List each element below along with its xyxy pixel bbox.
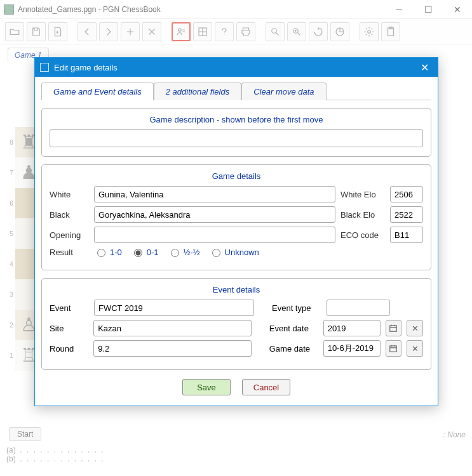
round-input[interactable] <box>93 340 252 357</box>
search-icon[interactable] <box>266 22 285 41</box>
game-description-input[interactable] <box>50 129 423 147</box>
line-a-label: (a) <box>6 446 16 454</box>
white-label: White <box>50 190 89 199</box>
event-date-clear-icon[interactable]: ✕ <box>407 320 423 336</box>
result-label: Result <box>50 248 89 257</box>
result-unknown[interactable]: Unknown <box>209 247 259 257</box>
board-icon[interactable] <box>193 22 212 41</box>
black-label: Black <box>50 210 89 220</box>
main-toolbar <box>0 19 472 44</box>
svg-point-5 <box>368 30 371 33</box>
event-type-input[interactable] <box>327 300 390 316</box>
result-0-1[interactable]: 0-1 <box>131 247 159 257</box>
site-label: Site <box>50 324 88 333</box>
close-button[interactable]: ✕ <box>443 0 472 19</box>
event-date-calendar-icon[interactable] <box>386 320 402 336</box>
main-titlebar: Annotated_Games.pgn - PGN ChessBook ─ ☐ … <box>0 0 472 19</box>
event-details-title: Event details <box>50 285 423 294</box>
eco-input[interactable] <box>390 227 423 243</box>
round-label: Round <box>50 344 88 354</box>
black-elo-label: Black Elo <box>341 210 385 220</box>
game-date-input[interactable] <box>323 340 381 357</box>
dialog-titlebar: Edit game details ✕ <box>35 58 438 77</box>
white-elo-input[interactable] <box>390 186 423 202</box>
event-input[interactable] <box>94 300 254 316</box>
window-controls: ─ ☐ ✕ <box>384 0 472 19</box>
tab-game-event-details[interactable]: Game and Event details <box>41 83 154 100</box>
new-doc-icon[interactable] <box>48 22 67 41</box>
white-elo-label: White Elo <box>341 190 385 199</box>
open-icon[interactable] <box>5 22 24 41</box>
result-radios: 1-0 0-1 ½-½ Unknown <box>94 247 259 257</box>
game-description-panel: Game description - shown before the firs… <box>41 108 431 157</box>
dialog-icon <box>40 63 49 72</box>
result-1-0[interactable]: 1-0 <box>94 247 122 257</box>
game-details-title: Game details <box>50 171 423 181</box>
delete-icon[interactable] <box>142 22 161 41</box>
save-icon[interactable] <box>27 22 46 41</box>
window-title: Annotated_Games.pgn - PGN ChessBook <box>18 5 161 14</box>
tab-additional-fields[interactable]: 2 additional fields <box>154 83 241 100</box>
line-b-label: (b) <box>6 454 16 463</box>
event-label: Event <box>50 303 89 313</box>
dialog-title: Edit game details <box>54 63 417 72</box>
game-date-calendar-icon[interactable] <box>386 340 402 357</box>
event-date-label: Event date <box>269 324 318 333</box>
print-icon[interactable] <box>236 22 255 41</box>
opening-input[interactable] <box>94 227 335 243</box>
edit-game-details-dialog: Edit game details ✕ Game and Event detai… <box>34 57 438 406</box>
add-icon[interactable] <box>121 22 140 41</box>
svg-rect-8 <box>390 326 397 331</box>
help-icon[interactable] <box>215 22 234 41</box>
event-type-label: Event type <box>272 303 321 313</box>
eco-label: ECO code <box>341 230 385 240</box>
edit-game-details-icon[interactable] <box>172 22 191 41</box>
forward-icon[interactable] <box>99 22 118 41</box>
tab-clear-move-data[interactable]: Clear move data <box>241 83 326 100</box>
game-date-label: Game date <box>269 344 318 354</box>
site-input[interactable] <box>93 320 252 336</box>
svg-point-0 <box>179 28 182 31</box>
dots: . . . . . . . . . . . . . <box>20 454 104 463</box>
game-details-panel: Game details White White Elo Black Black… <box>41 164 431 270</box>
refresh-icon[interactable] <box>309 22 328 41</box>
black-input[interactable] <box>94 206 335 223</box>
event-date-input[interactable] <box>323 320 381 336</box>
settings-icon[interactable] <box>360 22 379 41</box>
svg-rect-9 <box>390 346 397 352</box>
pie-icon[interactable] <box>330 22 349 41</box>
cancel-button[interactable]: Cancel <box>242 379 290 395</box>
start-button[interactable]: Start <box>9 427 41 441</box>
app-icon <box>4 4 14 15</box>
minimize-button[interactable]: ─ <box>384 0 414 19</box>
svg-point-2 <box>272 28 277 33</box>
opening-label: Opening <box>50 230 89 240</box>
move-lines: (a) . . . . . . . . . . . . . (b) . . . … <box>6 446 105 463</box>
white-input[interactable] <box>94 186 335 202</box>
save-button[interactable]: Save <box>182 379 231 395</box>
opening-none-label: : None <box>443 430 466 439</box>
game-date-clear-icon[interactable]: ✕ <box>407 340 423 357</box>
clipboard-icon[interactable] <box>381 22 400 41</box>
search-plus-icon[interactable] <box>287 22 306 41</box>
black-elo-input[interactable] <box>390 206 423 223</box>
dialog-close-icon[interactable]: ✕ <box>417 62 433 74</box>
dots: . . . . . . . . . . . . . <box>20 446 104 454</box>
maximize-button[interactable]: ☐ <box>414 0 443 19</box>
back-icon[interactable] <box>78 22 97 41</box>
dialog-buttons: Save Cancel <box>41 379 431 395</box>
result-draw[interactable]: ½-½ <box>168 247 200 257</box>
game-description-title: Game description - shown before the firs… <box>50 115 423 124</box>
dialog-tabs: Game and Event details 2 additional fiel… <box>41 82 431 100</box>
event-details-panel: Event details Event Event type Site Even… <box>41 278 431 370</box>
